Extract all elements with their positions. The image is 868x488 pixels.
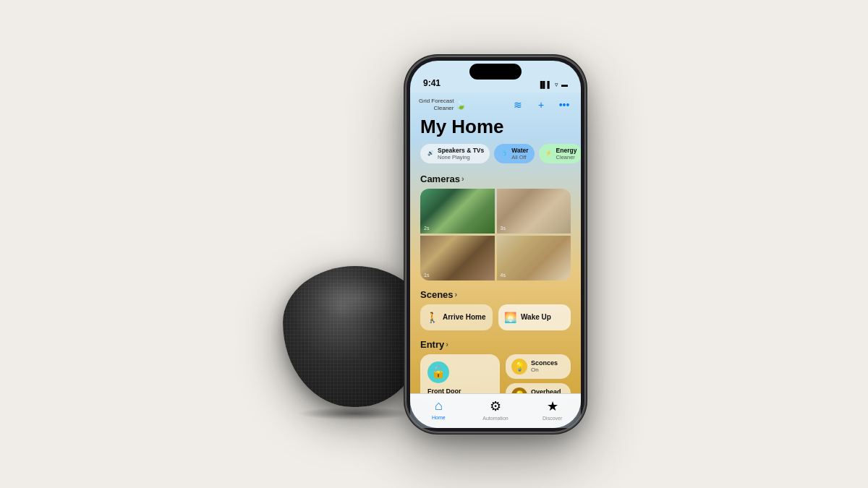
entry-label: Entry: [420, 339, 444, 350]
dynamic-island: [469, 64, 522, 80]
tab-discover[interactable]: ★ Discover: [524, 398, 581, 424]
iphone: 9:41 ▐▌▌ ▿ ▬ Grid Forecast Clea: [406, 56, 585, 432]
speaker-icon: 🔊: [426, 149, 435, 158]
chip-speakers-sublabel: None Playing: [438, 154, 484, 160]
grid-forecast-label: Grid Forecast: [419, 98, 454, 105]
discover-tab-label: Discover: [542, 416, 562, 421]
app-toolbar: Grid Forecast Cleaner 🍃 ≋ + •••: [410, 93, 581, 114]
status-time: 9:41: [423, 78, 441, 88]
cam4-timestamp: 4s: [501, 273, 506, 278]
main-scene: 9:41 ▐▌▌ ▿ ▬ Grid Forecast Clea: [283, 56, 585, 432]
homepod-base: [297, 407, 413, 420]
cameras-section-header[interactable]: Cameras ›: [410, 171, 581, 189]
homepod-highlight: [312, 277, 399, 320]
front-door-label: Front Door: [427, 388, 493, 393]
cam2-timestamp: 3s: [501, 226, 506, 231]
energy-icon: ⚡: [545, 149, 553, 158]
tab-bar: ⌂ Home ⚙ Automation ★ Discover: [410, 393, 581, 428]
automation-tab-icon: ⚙: [490, 398, 501, 414]
chip-water-label: Water: [511, 147, 528, 154]
iphone-screen: 9:41 ▐▌▌ ▿ ▬ Grid Forecast Clea: [410, 61, 581, 428]
more-icon[interactable]: •••: [556, 97, 572, 113]
scenes-row: 🚶 Arrive Home 🌅 Wake Up: [410, 304, 581, 336]
camera-cell-2[interactable]: 3s: [497, 189, 571, 234]
iphone-wrapper: 9:41 ▐▌▌ ▿ ▬ Grid Forecast Clea: [406, 56, 585, 432]
leaf-icon: 🍃: [456, 100, 467, 110]
wake-up-button[interactable]: 🌅 Wake Up: [498, 304, 571, 330]
waveform-icon[interactable]: ≋: [510, 97, 526, 113]
chip-energy[interactable]: ⚡ Energy Cleaner: [539, 144, 581, 163]
discover-tab-icon: ★: [547, 398, 558, 414]
wake-up-label: Wake Up: [521, 313, 551, 321]
add-icon[interactable]: +: [533, 97, 549, 113]
grid-forecast-text: Grid Forecast Cleaner: [419, 98, 454, 111]
home-tab-icon: ⌂: [435, 398, 443, 414]
grid-forecast-sublabel: Cleaner: [419, 105, 454, 112]
chip-energy-sublabel: Cleaner: [556, 154, 577, 160]
camera-cell-3[interactable]: 1s: [420, 236, 495, 281]
sconces-sublabel: On: [531, 367, 558, 373]
arrive-home-button[interactable]: 🚶 Arrive Home: [420, 304, 493, 330]
grid-forecast: Grid Forecast Cleaner 🍃: [419, 98, 467, 111]
tab-home[interactable]: ⌂ Home: [410, 398, 467, 423]
camera-cell-4[interactable]: 4s: [497, 236, 571, 281]
chip-water[interactable]: 💧 Water All Off: [494, 144, 534, 163]
signal-icon: ▐▌▌: [538, 81, 552, 88]
entry-arrow: ›: [446, 340, 448, 348]
sconces-tile[interactable]: 💡 Sconces On: [506, 354, 571, 379]
tab-automation[interactable]: ⚙ Automation: [467, 398, 524, 424]
home-tab-label: Home: [432, 415, 446, 420]
chip-water-sublabel: All Off: [511, 154, 528, 160]
chip-speakers-label: Speakers & TVs: [438, 147, 484, 154]
scenes-label: Scenes: [420, 289, 454, 300]
cam3-timestamp: 1s: [424, 273, 429, 278]
automation-tab-label: Automation: [482, 416, 508, 421]
battery-icon: ▬: [561, 81, 568, 88]
wifi-icon: ▿: [555, 81, 558, 88]
chip-speakers[interactable]: 🔊 Speakers & TVs None Playing: [420, 144, 490, 163]
page-title: My Home: [410, 114, 581, 144]
camera-grid: 2s 3s 1s 4s: [420, 189, 571, 281]
water-icon: 💧: [500, 149, 509, 158]
camera-cell-1[interactable]: 2s: [420, 189, 495, 234]
overhead-icon: 💡: [511, 388, 527, 393]
app-content: Grid Forecast Cleaner 🍃 ≋ + ••• My Home: [410, 93, 581, 393]
cam1-timestamp: 2s: [424, 226, 429, 231]
entry-row: 🔓 Front Door 💡 Sconces On: [410, 354, 581, 393]
arrive-home-label: Arrive Home: [443, 313, 485, 321]
entry-section-header[interactable]: Entry ›: [410, 336, 581, 354]
scenes-arrow: ›: [455, 290, 458, 299]
cameras-arrow: ›: [461, 174, 464, 183]
arrive-home-icon: 🚶: [426, 312, 438, 323]
cameras-label: Cameras: [420, 174, 460, 184]
scenes-section-header[interactable]: Scenes ›: [410, 286, 581, 304]
filter-chips: 🔊 Speakers & TVs None Playing 💧 Water Al…: [410, 144, 581, 171]
wake-up-icon: 🌅: [504, 312, 516, 323]
sconces-label: Sconces: [531, 359, 558, 367]
status-icons: ▐▌▌ ▿ ▬: [538, 81, 568, 88]
chip-energy-label: Energy: [556, 147, 577, 154]
overhead-tile[interactable]: 💡 Overhead Off: [506, 383, 571, 393]
front-door-tile[interactable]: 🔓 Front Door: [420, 354, 500, 393]
sconce-icon: 💡: [511, 359, 527, 374]
door-icon: 🔓: [427, 361, 449, 383]
